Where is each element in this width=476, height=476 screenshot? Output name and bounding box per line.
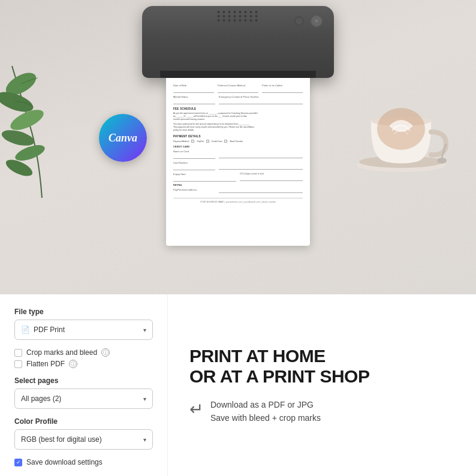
- left-panel: File type 📄 PDF Print ▾ Crop marks and b…: [0, 294, 168, 476]
- svg-point-4: [13, 142, 47, 164]
- select-pages-group: Select pages All pages (2) ▾: [14, 376, 153, 409]
- color-profile-select[interactable]: RGB (best for digital use) ▾: [14, 429, 153, 450]
- file-type-label: File type: [14, 308, 153, 316]
- crop-marks-info-icon[interactable]: ⓘ: [101, 348, 110, 357]
- svg-point-10: [437, 158, 447, 164]
- paper-document: Date of Birth Preferred Contact Method P…: [166, 78, 310, 246]
- flatten-pdf-row: Flatten PDF ⓘ: [14, 360, 153, 368]
- chevron-down-icon: ▾: [143, 327, 146, 333]
- chevron-down-icon-2: ▾: [143, 396, 146, 402]
- main-title: PRINT AT HOME OR AT A PRINT SHOP: [189, 346, 454, 387]
- pdf-icon: 📄: [21, 326, 30, 334]
- chevron-down-icon-3: ▾: [143, 436, 146, 443]
- crop-marks-row: Crop marks and bleed ⓘ: [14, 348, 153, 357]
- select-pages-select[interactable]: All pages (2) ▾: [14, 388, 153, 409]
- printer: Date of Birth Preferred Contact Method P…: [142, 6, 334, 246]
- color-profile-group: Color Profile RGB (best for digital use)…: [14, 417, 153, 450]
- save-settings-checkbox[interactable]: [14, 459, 22, 466]
- crop-marks-checkbox[interactable]: [14, 349, 22, 357]
- coffee-cup: [353, 60, 461, 192]
- top-section: Date of Birth Preferred Contact Method P…: [0, 0, 476, 294]
- save-settings-label: Save download settings: [26, 458, 103, 466]
- subtitle-area: ↵ Download as a PDF or JPG Save with ble…: [189, 398, 454, 425]
- select-pages-label: Select pages: [14, 376, 153, 385]
- file-type-value: PDF Print: [34, 326, 65, 334]
- arrow-icon: ↵: [189, 399, 203, 419]
- file-type-group: File type 📄 PDF Print ▾: [14, 308, 153, 340]
- save-settings-row: Save download settings: [14, 458, 153, 466]
- flatten-pdf-checkbox[interactable]: [14, 360, 22, 368]
- checkboxes-group: Crop marks and bleed ⓘ Flatten PDF ⓘ: [14, 348, 153, 368]
- color-profile-label: Color Profile: [14, 417, 153, 426]
- select-pages-value: All pages (2): [21, 394, 61, 403]
- file-type-select[interactable]: 📄 PDF Print ▾: [14, 320, 153, 340]
- flatten-pdf-info-icon[interactable]: ⓘ: [69, 360, 77, 368]
- canva-logo: Canva: [99, 114, 147, 162]
- crop-marks-label: Crop marks and bleed: [26, 348, 97, 357]
- flatten-pdf-label: Flatten PDF: [26, 360, 65, 368]
- color-profile-value: RGB (best for digital use): [21, 435, 102, 444]
- subtitle-text: Download as a PDF or JPG Save with bleed…: [210, 398, 321, 425]
- right-panel: PRINT AT HOME OR AT A PRINT SHOP ↵ Downl…: [168, 294, 476, 476]
- bottom-section: File type 📄 PDF Print ▾ Crop marks and b…: [0, 294, 476, 476]
- decorative-leaves: [0, 36, 90, 204]
- svg-point-3: [0, 127, 36, 149]
